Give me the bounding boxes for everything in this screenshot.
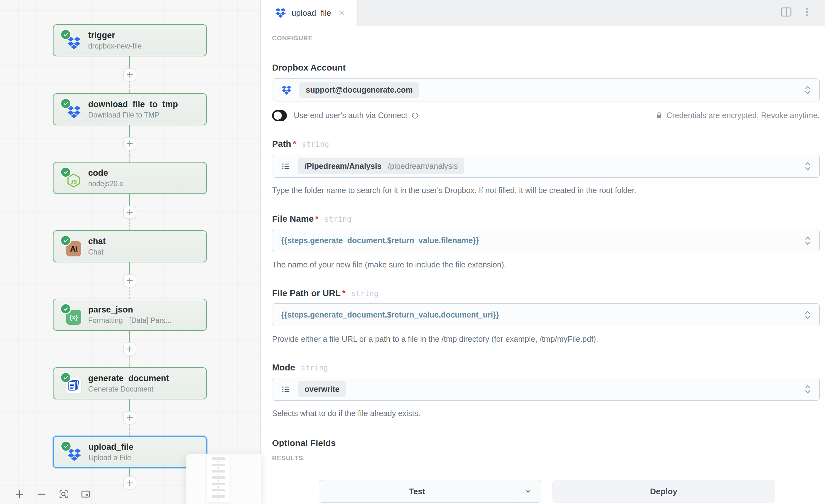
close-icon[interactable]: [338, 9, 346, 17]
action-bar: Test Deploy: [261, 470, 825, 504]
zoom-out-icon[interactable]: [36, 489, 47, 500]
info-icon[interactable]: [411, 112, 419, 119]
minimap-icon[interactable]: [80, 489, 91, 500]
workflow-node-trigger[interactable]: trigger dropbox-new-file: [53, 24, 207, 56]
file-path-label: File Path or URL: [272, 288, 341, 298]
add-step-button[interactable]: [123, 206, 136, 219]
path-select[interactable]: /Pipedream/Analysis /pipedream/analysis: [272, 155, 820, 178]
add-step-button[interactable]: [123, 137, 136, 150]
node-title: upload_file: [88, 442, 134, 452]
connector-line: [129, 331, 130, 342]
node-subtitle: Formatting - [Data] Pars...: [88, 316, 172, 325]
mode-type: string: [301, 363, 328, 372]
tab-bar-actions: [780, 0, 825, 25]
success-check-icon: [60, 167, 71, 178]
add-step-button[interactable]: [123, 476, 136, 490]
node-title: chat: [88, 236, 106, 246]
success-check-icon: [60, 235, 71, 246]
mode-help: Selects what to do if the file already e…: [272, 409, 820, 419]
connector-line: [129, 125, 130, 137]
node-title: generate_document: [88, 373, 169, 383]
path-value-secondary: /pipedream/analysis: [388, 162, 458, 171]
node-title: download_file_to_tmp: [88, 99, 178, 109]
minimap-workflow-preview: [207, 455, 230, 502]
tab-upload-file[interactable]: upload_file: [261, 0, 358, 26]
zoom-fit-icon[interactable]: [58, 489, 69, 500]
step-config-panel: upload_file CONFIGURE Dropbox Account: [261, 0, 825, 504]
connector-line: [129, 194, 130, 206]
workflow-node-chat[interactable]: A\ chat Chat: [53, 230, 207, 263]
file-name-input[interactable]: {{steps.generate_document.$return_value.…: [272, 229, 820, 252]
split-pane-icon[interactable]: [780, 5, 793, 20]
tab-title: upload_file: [292, 8, 331, 18]
results-label: RESULTS: [272, 454, 303, 462]
path-label: Path: [272, 139, 291, 149]
select-arrows-icon: [804, 310, 811, 320]
workflow-node-download-file-to-tmp[interactable]: download_file_to_tmp Download File to TM…: [53, 93, 207, 125]
connector-line: [129, 263, 130, 274]
node-subtitle: Chat: [88, 248, 106, 257]
mode-select[interactable]: overwrite: [272, 378, 820, 401]
connector-line: [129, 56, 130, 68]
list-icon: [281, 162, 291, 171]
select-arrows-icon: [804, 384, 811, 394]
workflow-canvas[interactable]: trigger dropbox-new-file download_file_t…: [0, 0, 261, 504]
node-subtitle: Upload a File: [88, 453, 134, 462]
dropbox-account-label: Dropbox Account: [272, 63, 346, 73]
file-path-value: {{steps.generate_document.$return_value.…: [281, 310, 499, 319]
chevron-down-icon: [524, 488, 532, 495]
tab-bar: upload_file: [261, 0, 825, 25]
workflow-node-parse-json[interactable]: {x} parse_json Formatting - [Data] Pars.…: [53, 299, 207, 331]
node-title: trigger: [88, 30, 142, 40]
add-step-button[interactable]: [123, 411, 136, 424]
select-arrows-icon: [804, 236, 811, 246]
dropbox-account-select[interactable]: support@docugenerate.com: [272, 78, 820, 101]
results-section-header[interactable]: RESULTS: [261, 447, 825, 470]
add-step-button[interactable]: [123, 342, 136, 356]
path-help: Type the folder name to search for it in…: [272, 186, 820, 196]
configure-section-header: CONFIGURE: [261, 25, 825, 51]
file-name-value: {{steps.generate_document.$return_value.…: [281, 236, 479, 245]
node-subtitle: dropbox-new-file: [88, 42, 142, 50]
optional-fields-heading: Optional Fields: [272, 438, 820, 447]
dropbox-icon: [63, 443, 81, 461]
required-marker: *: [342, 289, 346, 298]
path-type: string: [302, 140, 329, 149]
success-check-icon: [60, 303, 71, 314]
minimap-preview-panel: [186, 453, 261, 504]
workflow-node-upload-file[interactable]: upload_file Upload a File: [53, 436, 207, 468]
configure-form: Dropbox Account support@docugenerate.com…: [261, 51, 825, 447]
node-title: parse_json: [88, 305, 172, 315]
list-icon: [281, 385, 291, 394]
test-button[interactable]: Test: [319, 480, 515, 503]
success-check-icon: [61, 441, 71, 452]
success-check-icon: [60, 98, 71, 109]
connector-line: [129, 468, 130, 476]
canvas-controls: [14, 489, 91, 500]
connector-line: [130, 287, 130, 299]
file-name-help: The name of your new file (make sure to …: [272, 260, 820, 270]
deploy-button[interactable]: Deploy: [552, 480, 775, 503]
nodejs-icon: JS: [62, 169, 81, 187]
kebab-menu-icon[interactable]: [802, 5, 812, 20]
file-name-type: string: [324, 215, 352, 224]
workflow-node-generate-document[interactable]: generate_document Generate Document: [53, 367, 207, 400]
connector-line: [130, 81, 130, 93]
test-options-button[interactable]: [515, 480, 541, 503]
add-step-button[interactable]: [123, 68, 136, 81]
select-arrows-icon: [804, 85, 811, 95]
node-subtitle: Download File to TMP: [88, 111, 178, 119]
add-step-button[interactable]: [123, 274, 136, 287]
success-check-icon: [60, 29, 71, 40]
lock-icon: [655, 112, 663, 119]
connect-auth-label: Use end user's auth via Connect: [294, 111, 407, 120]
dropbox-icon: [62, 100, 81, 118]
node-subtitle: nodejs20.x: [88, 179, 123, 188]
zoom-in-icon[interactable]: [14, 489, 25, 500]
required-marker: *: [315, 214, 319, 224]
success-check-icon: [60, 372, 71, 383]
workflow-node-code[interactable]: JS code nodejs20.x: [53, 162, 207, 194]
file-path-input[interactable]: {{steps.generate_document.$return_value.…: [272, 303, 820, 326]
node-title: code: [88, 168, 123, 178]
connect-auth-toggle[interactable]: [272, 110, 287, 121]
